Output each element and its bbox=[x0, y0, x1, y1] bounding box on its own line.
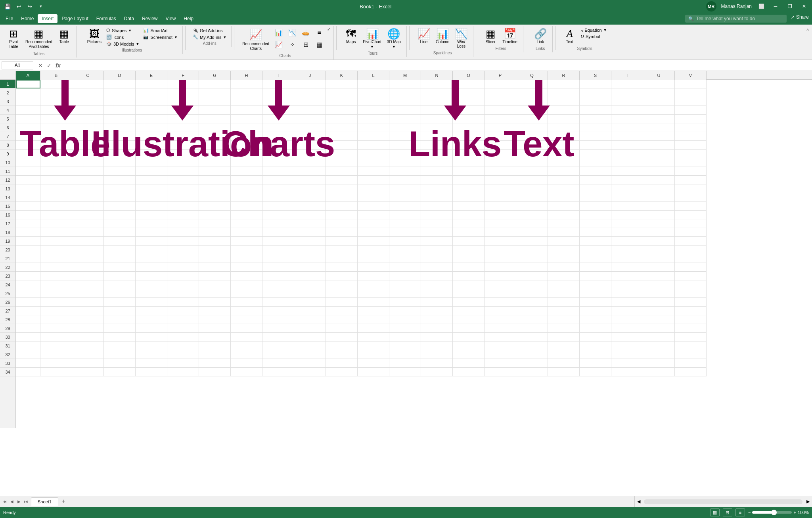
cell-C21[interactable] bbox=[72, 254, 104, 263]
cell-R5[interactable] bbox=[548, 115, 580, 123]
cell-B1[interactable] bbox=[40, 80, 72, 88]
cell-D34[interactable] bbox=[104, 368, 136, 376]
cell-J10[interactable] bbox=[294, 158, 326, 167]
cell-G11[interactable] bbox=[199, 167, 231, 176]
cell-L12[interactable] bbox=[358, 176, 389, 184]
cell-E3[interactable] bbox=[136, 97, 167, 106]
cell-Q33[interactable] bbox=[516, 359, 548, 368]
cell-E14[interactable] bbox=[136, 193, 167, 202]
cell-D24[interactable] bbox=[104, 280, 136, 289]
zoom-thumb[interactable] bbox=[771, 510, 777, 515]
cell-T9[interactable] bbox=[611, 150, 643, 158]
cell-F28[interactable] bbox=[167, 315, 199, 324]
cell-K28[interactable] bbox=[326, 315, 358, 324]
cell-S6[interactable] bbox=[580, 123, 611, 132]
cell-K5[interactable] bbox=[326, 115, 358, 123]
close-button[interactable]: ✕ bbox=[799, 2, 809, 11]
cell-O28[interactable] bbox=[453, 315, 485, 324]
cell-R16[interactable] bbox=[548, 211, 580, 219]
normal-view-button[interactable]: ▦ bbox=[710, 508, 720, 516]
cell-G21[interactable] bbox=[199, 254, 231, 263]
cell-U8[interactable] bbox=[643, 141, 675, 150]
cell-E6[interactable] bbox=[136, 123, 167, 132]
cell-R26[interactable] bbox=[548, 298, 580, 307]
cell-I33[interactable] bbox=[262, 359, 294, 368]
cell-C32[interactable] bbox=[72, 350, 104, 359]
cell-R14[interactable] bbox=[548, 193, 580, 202]
cell-G12[interactable] bbox=[199, 176, 231, 184]
cell-M33[interactable] bbox=[389, 359, 421, 368]
cell-Q21[interactable] bbox=[516, 254, 548, 263]
cell-H24[interactable] bbox=[231, 280, 262, 289]
cell-S7[interactable] bbox=[580, 132, 611, 141]
cell-B9[interactable] bbox=[40, 150, 72, 158]
cell-H11[interactable] bbox=[231, 167, 262, 176]
cell-N16[interactable] bbox=[421, 211, 453, 219]
cell-L13[interactable] bbox=[358, 184, 389, 193]
row-num-7[interactable]: 7 bbox=[0, 132, 15, 141]
cell-C13[interactable] bbox=[72, 184, 104, 193]
cell-Q15[interactable] bbox=[516, 202, 548, 211]
cell-H12[interactable] bbox=[231, 176, 262, 184]
cell-R8[interactable] bbox=[548, 141, 580, 150]
row-num-3[interactable]: 3 bbox=[0, 97, 15, 106]
cell-T10[interactable] bbox=[611, 158, 643, 167]
cell-U28[interactable] bbox=[643, 315, 675, 324]
row-num-22[interactable]: 22 bbox=[0, 263, 15, 272]
cell-B20[interactable] bbox=[40, 246, 72, 254]
cell-P23[interactable] bbox=[485, 272, 516, 280]
share-button[interactable]: ↗ Share bbox=[791, 14, 809, 20]
cell-L19[interactable] bbox=[358, 237, 389, 246]
cancel-formula-button[interactable]: ✕ bbox=[36, 61, 44, 69]
cell-P7[interactable] bbox=[485, 132, 516, 141]
row-num-6[interactable]: 6 bbox=[0, 123, 15, 132]
menu-file[interactable]: File bbox=[2, 14, 17, 23]
col-header-n[interactable]: N bbox=[421, 71, 453, 80]
cell-G16[interactable] bbox=[199, 211, 231, 219]
cell-E2[interactable] bbox=[136, 88, 167, 97]
cell-D14[interactable] bbox=[104, 193, 136, 202]
insert-function-button[interactable]: fx bbox=[54, 61, 62, 69]
col-header-i[interactable]: I bbox=[262, 71, 294, 80]
cell-E15[interactable] bbox=[136, 202, 167, 211]
cell-B7[interactable] bbox=[40, 132, 72, 141]
cell-P29[interactable] bbox=[485, 324, 516, 333]
cell-V12[interactable] bbox=[675, 176, 707, 184]
cell-I16[interactable] bbox=[262, 211, 294, 219]
cell-Q32[interactable] bbox=[516, 350, 548, 359]
cell-U25[interactable] bbox=[643, 289, 675, 298]
cell-K3[interactable] bbox=[326, 97, 358, 106]
cell-L14[interactable] bbox=[358, 193, 389, 202]
cell-L31[interactable] bbox=[358, 341, 389, 350]
cell-S33[interactable] bbox=[580, 359, 611, 368]
cell-J33[interactable] bbox=[294, 359, 326, 368]
cell-H17[interactable] bbox=[231, 219, 262, 228]
cell-B2[interactable] bbox=[40, 88, 72, 97]
cell-M25[interactable] bbox=[389, 289, 421, 298]
cell-B3[interactable] bbox=[40, 97, 72, 106]
cell-I5[interactable] bbox=[262, 115, 294, 123]
cell-V28[interactable] bbox=[675, 315, 707, 324]
cell-N1[interactable] bbox=[421, 80, 453, 88]
cell-Q6[interactable] bbox=[516, 123, 548, 132]
cell-D13[interactable] bbox=[104, 184, 136, 193]
winloss-sparkline-button[interactable]: 📉 Win/Loss bbox=[452, 27, 470, 50]
cell-J5[interactable] bbox=[294, 115, 326, 123]
cell-D32[interactable] bbox=[104, 350, 136, 359]
cell-H8[interactable] bbox=[231, 141, 262, 150]
cell-A4[interactable] bbox=[16, 106, 40, 115]
pivotchart-button[interactable]: 📊 PivotChart ▼ bbox=[360, 27, 384, 50]
cell-O16[interactable] bbox=[453, 211, 485, 219]
row-num-19[interactable]: 19 bbox=[0, 237, 15, 246]
cell-G22[interactable] bbox=[199, 263, 231, 272]
cell-B32[interactable] bbox=[40, 350, 72, 359]
cell-H25[interactable] bbox=[231, 289, 262, 298]
cell-V3[interactable] bbox=[675, 97, 707, 106]
cell-V34[interactable] bbox=[675, 368, 707, 376]
cell-K13[interactable] bbox=[326, 184, 358, 193]
cell-E8[interactable] bbox=[136, 141, 167, 150]
cell-R20[interactable] bbox=[548, 246, 580, 254]
row-num-18[interactable]: 18 bbox=[0, 228, 15, 237]
cell-A34[interactable] bbox=[16, 368, 40, 376]
cell-F30[interactable] bbox=[167, 333, 199, 341]
